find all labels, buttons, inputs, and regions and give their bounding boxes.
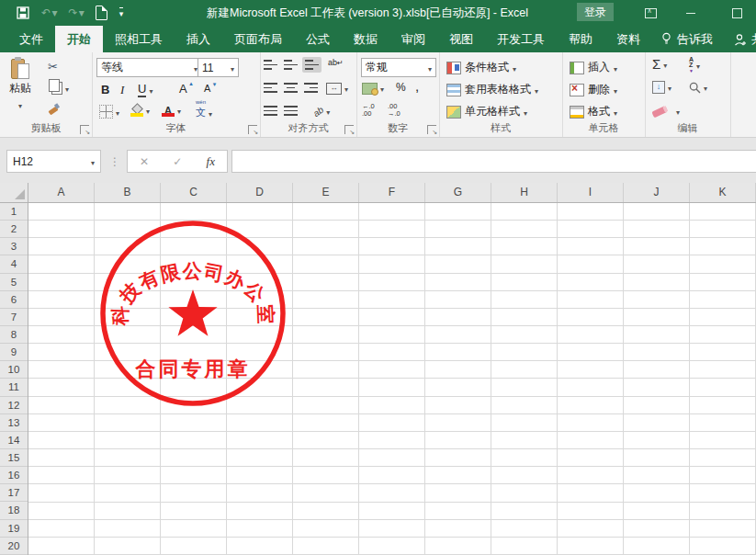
row-header-14[interactable]: 14: [0, 432, 28, 449]
top-align-button[interactable]: [264, 60, 277, 70]
column-header-C[interactable]: C: [161, 183, 227, 202]
redo-icon[interactable]: [68, 6, 83, 19]
ribbon-tab-8[interactable]: 视图: [437, 26, 485, 52]
row-header-8[interactable]: 8: [0, 326, 28, 344]
column-header-F[interactable]: F: [359, 183, 425, 202]
format-cells-button[interactable]: 格式: [570, 104, 617, 119]
row-header-10[interactable]: 10: [0, 361, 28, 379]
row-header-9[interactable]: 9: [0, 344, 28, 361]
ribbon-tab-10[interactable]: 帮助: [557, 26, 604, 52]
ribbon-tab-1[interactable]: 开始: [55, 26, 103, 52]
wrap-text-button[interactable]: ab: [328, 58, 344, 67]
decrease-indent-button[interactable]: [264, 106, 277, 116]
cancel-button[interactable]: ✕: [140, 155, 149, 168]
phonetic-button[interactable]: 文: [196, 106, 212, 119]
column-header-I[interactable]: I: [558, 183, 624, 202]
cell-grid[interactable]: [28, 203, 756, 555]
number-format-combo[interactable]: 常规: [361, 58, 436, 77]
ribbon-tab-4[interactable]: 页面布局: [222, 26, 294, 52]
cell-styles-button[interactable]: 单元格样式: [446, 104, 527, 119]
font-dialog-launcher-icon[interactable]: [248, 125, 257, 134]
customize-qat-icon[interactable]: [119, 6, 124, 19]
ribbon-tab-3[interactable]: 插入: [175, 26, 222, 52]
column-header-D[interactable]: D: [227, 183, 293, 202]
font-name-combo[interactable]: 等线: [96, 58, 202, 77]
bottom-align-button[interactable]: [302, 57, 322, 73]
ribbon-display-options-icon[interactable]: [637, 0, 664, 26]
name-box[interactable]: H12: [6, 150, 101, 173]
number-dialog-launcher-icon[interactable]: [427, 125, 436, 134]
paste-button[interactable]: 粘贴: [9, 57, 31, 111]
column-header-B[interactable]: B: [95, 183, 161, 202]
row-header-2[interactable]: 2: [0, 221, 28, 238]
ribbon-tab-11[interactable]: 资料: [604, 26, 652, 52]
italic-button[interactable]: I: [120, 83, 124, 97]
orientation-button[interactable]: ab: [313, 105, 330, 118]
font-color-button[interactable]: A: [162, 104, 181, 117]
row-header-12[interactable]: 12: [0, 397, 28, 414]
enter-button[interactable]: ✓: [173, 155, 182, 168]
row-header-3[interactable]: 3: [0, 238, 28, 255]
ribbon-tab-5[interactable]: 公式: [294, 26, 342, 52]
select-all-button[interactable]: [0, 183, 28, 202]
row-header-19[interactable]: 19: [0, 520, 28, 538]
underline-button[interactable]: U: [138, 83, 152, 97]
alignment-dialog-launcher-icon[interactable]: [344, 125, 354, 134]
row-header-1[interactable]: 1: [0, 203, 28, 221]
decrease-decimal-button[interactable]: .00 →.0: [388, 103, 406, 118]
ribbon-tab-2[interactable]: 照相工具: [103, 26, 175, 52]
clipboard-dialog-launcher-icon[interactable]: [80, 125, 89, 134]
increase-font-button[interactable]: A: [179, 82, 187, 96]
conditional-formatting-button[interactable]: 条件格式: [446, 60, 516, 75]
new-file-icon[interactable]: [96, 6, 107, 20]
row-header-7[interactable]: 7: [0, 309, 28, 326]
column-header-J[interactable]: J: [624, 183, 690, 202]
tell-me-button[interactable]: 告诉我: [652, 26, 722, 52]
sort-filter-button[interactable]: AZ: [689, 57, 700, 74]
row-header-17[interactable]: 17: [0, 484, 28, 502]
align-right-button[interactable]: [304, 83, 318, 93]
format-painter-button[interactable]: [48, 103, 59, 114]
cut-button[interactable]: [48, 60, 58, 74]
percent-button[interactable]: %: [396, 81, 406, 94]
copy-button[interactable]: [51, 82, 69, 95]
fill-color-button[interactable]: [130, 104, 150, 117]
column-header-A[interactable]: A: [28, 183, 95, 202]
fill-button[interactable]: ↓: [652, 81, 671, 94]
insert-cells-button[interactable]: 插入: [570, 60, 617, 75]
ribbon-tab-0[interactable]: 文件: [7, 26, 55, 52]
font-size-combo[interactable]: 11: [197, 58, 239, 77]
format-as-table-button[interactable]: 套用表格格式: [446, 82, 538, 97]
row-header-20[interactable]: 20: [0, 538, 28, 555]
autosum-button[interactable]: Σ: [652, 58, 667, 71]
column-header-E[interactable]: E: [293, 183, 359, 202]
undo-icon[interactable]: [41, 6, 56, 19]
delete-cells-button[interactable]: 删除: [570, 82, 617, 97]
row-header-18[interactable]: 18: [0, 502, 28, 519]
column-header-K[interactable]: K: [690, 183, 756, 202]
sign-in-button[interactable]: 登录: [577, 3, 614, 21]
clear-button[interactable]: [652, 105, 680, 118]
row-header-16[interactable]: 16: [0, 467, 28, 484]
column-header-G[interactable]: G: [425, 183, 491, 202]
row-header-6[interactable]: 6: [0, 291, 28, 309]
share-button[interactable]: 共: [734, 26, 756, 52]
borders-button[interactable]: [99, 105, 119, 119]
row-header-11[interactable]: 11: [0, 379, 28, 396]
comma-style-button[interactable]: ,: [415, 78, 419, 94]
ribbon-tab-9[interactable]: 开发工具: [485, 26, 557, 52]
minimize-icon[interactable]: [677, 0, 705, 26]
increase-decimal-button[interactable]: ←.0 .00: [362, 103, 380, 118]
align-center-button[interactable]: [284, 83, 298, 93]
column-header-H[interactable]: H: [491, 183, 558, 202]
maximize-icon[interactable]: [723, 0, 750, 26]
row-header-13[interactable]: 13: [0, 414, 28, 432]
bold-button[interactable]: B: [101, 83, 109, 96]
find-select-button[interactable]: [689, 81, 707, 94]
ribbon-tab-7[interactable]: 审阅: [389, 26, 437, 52]
merge-center-button[interactable]: ↔: [326, 82, 348, 95]
align-left-button[interactable]: [264, 83, 277, 93]
formula-bar-resize-handle[interactable]: [109, 150, 120, 173]
accounting-format-button[interactable]: [362, 82, 384, 95]
middle-align-button[interactable]: [284, 60, 298, 70]
